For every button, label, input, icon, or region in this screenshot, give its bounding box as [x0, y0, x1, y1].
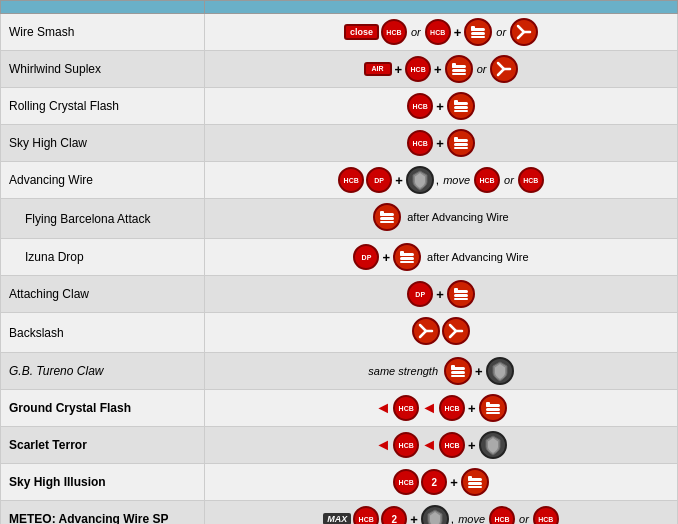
svg-rect-37 [454, 288, 458, 293]
plus-sign: + [436, 136, 444, 151]
input-cell-content: same strength + [368, 357, 513, 385]
arrow-left-icon: ◄ [421, 399, 437, 417]
table-row: Scarlet Terror◄HCB◄HCB+ [1, 427, 678, 464]
input-cell-content: after Advancing Wire [373, 203, 509, 231]
punch-icon [479, 394, 507, 422]
hcb-icon: HCB [338, 167, 364, 193]
move-input-cell: ◄HCB◄HCB+ [205, 390, 678, 427]
move-name-cell: Attaching Claw [1, 276, 205, 313]
hcb-icon: HCB [353, 506, 379, 524]
num-badge: 2 [381, 506, 407, 524]
table-row: Sky High ClawHCB+ [1, 125, 678, 162]
or-label: or [496, 26, 506, 38]
move-name-text: Wire Smash [9, 25, 74, 39]
same-label: same strength [368, 365, 438, 377]
svg-rect-8 [452, 69, 466, 72]
hcb-icon: HCB [425, 19, 451, 45]
move-name-text: Whirlwind Suplex [9, 62, 101, 76]
move-name-text: Sky High Claw [9, 136, 87, 150]
move-input-cell: close HCB or HCB+ or [205, 14, 678, 51]
close-badge: close [344, 24, 379, 40]
after-label: after Advancing Wire [427, 251, 529, 263]
after-label: after Advancing Wire [407, 211, 509, 223]
svg-rect-27 [380, 211, 384, 216]
hcb-icon: HCB [518, 167, 544, 193]
kick-icon [490, 55, 518, 83]
shield-icon [486, 357, 514, 385]
input-cell-content: AIR+HCB+ or [364, 55, 519, 83]
input-cell-content: HCB2+ [393, 468, 489, 496]
move-name-cell: Sky High Illusion [1, 464, 205, 501]
shield-icon [406, 166, 434, 194]
or-label: or [477, 63, 487, 75]
move-name-cell: Advancing Wire [1, 162, 205, 199]
move-input-cell: AIR+HCB+ or [205, 51, 678, 88]
move-name-text: Rolling Crystal Flash [9, 99, 119, 113]
punch-icon [447, 92, 475, 120]
punch-icon [464, 18, 492, 46]
punch-icon [444, 357, 472, 385]
dp-icon: DP [366, 167, 392, 193]
svg-rect-54 [468, 482, 482, 485]
svg-rect-26 [380, 221, 394, 223]
svg-rect-36 [454, 298, 468, 300]
table-row: Rolling Crystal FlashHCB+ [1, 88, 678, 125]
svg-rect-2 [471, 32, 485, 35]
hcb-icon: HCB [393, 395, 419, 421]
table-row: G.B. Tureno Clawsame strength + [1, 353, 678, 390]
svg-rect-3 [471, 36, 485, 38]
move-name-text: Backslash [9, 326, 64, 340]
svg-rect-4 [471, 26, 475, 31]
move-name-cell: Ground Crystal Flash [1, 390, 205, 427]
svg-rect-48 [486, 408, 500, 411]
plus-sign: + [468, 438, 476, 453]
plus-sign: + [395, 173, 403, 188]
input-cell-content: ◄HCB◄HCB+ [375, 431, 506, 459]
table-row: Backslash [1, 313, 678, 353]
hcb-icon: HCB [439, 395, 465, 421]
punch-icon [447, 129, 475, 157]
move-input-cell: HCB+ [205, 125, 678, 162]
hcb-icon: HCB [393, 432, 419, 458]
input-cell-content: ◄HCB◄HCB+ [375, 394, 506, 422]
move-name-text: Advancing Wire [9, 173, 93, 187]
plus-sign: + [434, 62, 442, 77]
hcb-icon: HCB [381, 19, 407, 45]
arrow-left-icon: ◄ [421, 436, 437, 454]
move-input-cell [205, 313, 678, 353]
svg-rect-49 [486, 412, 500, 414]
svg-rect-50 [486, 402, 490, 407]
move-label: move [443, 174, 470, 186]
move-name-text: Izuna Drop [9, 250, 84, 264]
move-name-text: Flying Barcelona Attack [9, 212, 150, 226]
arrow-left-icon: ◄ [375, 436, 391, 454]
move-name-text: METEO: Advancing Wire SP [9, 512, 168, 524]
input-cell-content [412, 317, 470, 345]
move-name-cell: METEO: Advancing Wire SP [1, 501, 205, 525]
svg-rect-25 [380, 217, 394, 220]
plus-sign: + [454, 25, 462, 40]
move-name-text: G.B. Tureno Claw [9, 364, 103, 378]
punch-icon [393, 243, 421, 271]
dp-icon: DP [407, 281, 433, 307]
plus-sign: + [475, 364, 483, 379]
svg-rect-56 [468, 476, 472, 481]
move-name-text: Ground Crystal Flash [9, 401, 131, 415]
dp-icon: DP [353, 244, 379, 270]
or-label: or [411, 26, 421, 38]
moves-table: Wire Smashclose HCB or HCB+ or Whirlwind… [0, 0, 678, 524]
move-name-cell: Backslash [1, 313, 205, 353]
svg-rect-19 [454, 143, 468, 146]
punch-icon [373, 203, 401, 231]
punch-icon [461, 468, 489, 496]
table-row: METEO: Advancing Wire SPMAXHCB2+ , moveH… [1, 501, 678, 525]
move-name-text: Attaching Claw [9, 287, 89, 301]
plus-sign: + [450, 475, 458, 490]
move-label: move [458, 513, 485, 524]
svg-rect-31 [400, 261, 414, 263]
svg-rect-32 [400, 251, 404, 256]
move-name-cell: Izuna Drop [1, 239, 205, 276]
move-input-cell: ◄HCB◄HCB+ [205, 427, 678, 464]
plus-sign: + [436, 287, 444, 302]
move-name-text: Sky High Illusion [9, 475, 106, 489]
